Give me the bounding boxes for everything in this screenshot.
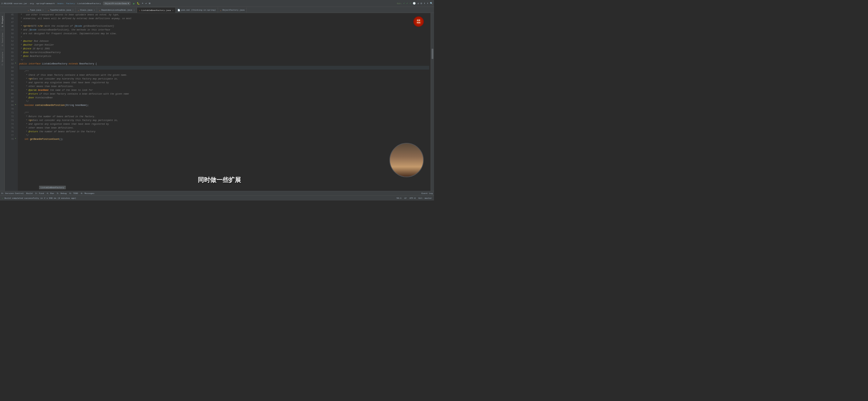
build-tab[interactable]: Build — [26, 192, 33, 194]
event-log-label: Event Log — [422, 192, 433, 194]
code-line-53: * @author Juergen Hoeller — [19, 43, 429, 47]
code-line-67: * @see #containsBean — [19, 96, 429, 100]
git-check3[interactable]: ✓ — [409, 2, 411, 5]
coverage-button[interactable]: ☂ — [142, 2, 144, 5]
code-line-55: * @see HierarchicalBeanFactory — [19, 51, 429, 54]
java-icon: ☕ — [48, 9, 49, 12]
tab-close[interactable]: ✕ — [172, 9, 173, 11]
breadcrumb-jar[interactable]: 2.RELEASE-sources.jar — [1, 2, 27, 4]
git-push[interactable]: ⬆ — [423, 2, 425, 5]
messages-label: 0: Messages — [81, 192, 95, 194]
tab-label: Type.java — [30, 9, 41, 11]
debug-tab[interactable]: 5: Debug — [57, 192, 67, 194]
run-config-selector[interactable]: ObjectProviderDemo ▼ — [103, 2, 130, 5]
debug-button[interactable]: 🐛 — [136, 2, 140, 5]
code-line-59 — [19, 66, 429, 70]
code-line-74: * and ignores any singleton beans that h… — [19, 122, 429, 126]
run-button[interactable]: ▶ — [133, 1, 135, 5]
scrollbar-thumb[interactable] — [432, 49, 433, 59]
vtab-separator — [0, 30, 4, 30]
code-line-75: * other means than bean definitions. — [19, 126, 429, 130]
tab-objectfactory-java[interactable]: ☕ ObjectFactory.java — [218, 8, 247, 13]
breadcrumb-factory[interactable]: factory — [66, 2, 75, 4]
gutter: ● ● ● — [15, 13, 18, 191]
main-layout: 1: Project 2: Favorites 7: Structure 45 … — [0, 13, 434, 191]
find-tab[interactable]: 3: Find — [35, 192, 44, 194]
sidebar-item-favorites[interactable]: 2: Favorites — [1, 31, 4, 49]
tab-typevariable-java[interactable]: ☕ TypeVariable.java ✕ — [46, 8, 76, 13]
code-line-47: * — [19, 21, 429, 24]
back-button[interactable]: ↩ — [145, 2, 147, 5]
presenter-face — [389, 143, 424, 177]
version-control-tab[interactable]: 9: Version Control — [1, 192, 24, 194]
code-line-64: * other means than bean definitions. — [19, 85, 429, 88]
git-branch-status: Git: master — [418, 197, 432, 199]
tab-close[interactable]: ✕ — [72, 9, 73, 11]
tab-close[interactable]: ✕ — [43, 9, 44, 11]
run-config-label: ObjectProviderDemo — [105, 2, 127, 4]
run-label: 4: Run — [47, 192, 54, 194]
code-editor[interactable]: * use other transparent access to bean u… — [18, 13, 431, 191]
code-line-57: */ — [19, 58, 429, 62]
code-line-60: /** — [19, 70, 429, 73]
java-icon: ☕ — [28, 9, 29, 12]
code-line-49: * and {@code containsBeanDefinition}, th… — [19, 28, 429, 32]
code-line-50: * are not designed for frequent invocati… — [19, 32, 429, 36]
toolbar-icons: ▶ 🐛 ☂ ↩ ⊞ — [133, 1, 150, 5]
bottom-toolbar: 9: Version Control Build 3: Find 4: Run … — [0, 191, 434, 195]
forward-button[interactable]: ⊞ — [148, 2, 150, 5]
tab-type-java[interactable]: ☕ Type.java ✕ — [26, 8, 46, 13]
tab-close[interactable]: ✕ — [134, 9, 135, 11]
code-line-65: * @param beanName the name of the bean t… — [19, 88, 429, 92]
right-scrollbar[interactable] — [431, 13, 434, 191]
code-line-71: /** — [19, 111, 429, 115]
breadcrumb-springframework[interactable]: springframework — [36, 2, 55, 4]
code-line-78: int getBeanDefinitionCount(); — [19, 137, 429, 141]
code-container: 45 46 47 48 49 50 51 52 53 54 55 56 57 5… — [5, 13, 434, 191]
git-check2[interactable]: ✓ — [406, 2, 408, 5]
java-icon: ☕ — [78, 9, 79, 12]
sidebar-item-project[interactable]: 1: Project — [1, 14, 4, 29]
code-line-69: boolean containsBeanDefinition(String be… — [19, 104, 429, 107]
build-status-text: Build completed successfully in 2 s 990 … — [4, 197, 76, 199]
encoding: UTF-8 — [409, 197, 415, 199]
code-line-45: * use other transparent access to bean u… — [19, 13, 429, 17]
code-line-68: */ — [19, 100, 429, 104]
tab-close[interactable]: ✕ — [94, 9, 95, 11]
global-search-icon[interactable]: 🔍 — [430, 2, 433, 5]
watermark-logo: 权客时间 — [413, 16, 424, 27]
event-log-tab[interactable]: Event Log — [422, 192, 433, 194]
git-pull[interactable]: ⬇ — [426, 2, 429, 5]
code-line-72: * Return the number of beans defined in … — [19, 115, 429, 119]
git-check1[interactable]: ✓ — [403, 2, 405, 5]
tab-label: TypeVariable.java — [50, 9, 71, 11]
messages-tab[interactable]: 0: Messages — [81, 192, 95, 194]
run-tab[interactable]: 4: Run — [47, 192, 54, 194]
breadcrumb-class[interactable]: ListableBeanFactory — [77, 2, 101, 4]
chinese-subtitle: 同时做一些扩展 — [198, 176, 241, 184]
vtab-separator2 — [0, 49, 4, 49]
face-image — [390, 144, 423, 177]
code-line-61: * Check if this bean factory contains a … — [19, 73, 429, 77]
git-compare[interactable]: ⊡ — [420, 2, 422, 5]
debug-label: 5: Debug — [57, 192, 67, 194]
tab-label: pom.xml (thinking-in-spring) — [181, 9, 216, 11]
code-line-56: * @see BeanFactoryUtils — [19, 54, 429, 58]
code-line-73: * <p>Does not consider any hierarchy thi… — [19, 119, 429, 122]
git-revert[interactable]: ↺ — [417, 2, 419, 5]
git-clock[interactable]: 🕐 — [412, 2, 416, 5]
tab-dependencylookup-java[interactable]: ☕ DependencyLookupDemo.java ✕ — [97, 8, 137, 13]
todo-label: 6: TODO — [69, 192, 78, 194]
sidebar-item-structure[interactable]: 7: Structure — [1, 50, 4, 68]
breadcrumb-beans[interactable]: beans — [57, 2, 63, 4]
breadcrumb-org[interactable]: org — [30, 2, 34, 4]
tab-pom-xml[interactable]: 📄 pom.xml (thinking-in-spring) — [176, 8, 218, 13]
code-line-46: * scenarios, all beans will be defined b… — [19, 17, 429, 21]
code-line-63: * and ignores any singleton beans that h… — [19, 81, 429, 85]
line-sep: LF — [404, 197, 407, 199]
find-label: 3: Find — [35, 192, 44, 194]
code-line-76: * @return the number of beans defined in… — [19, 130, 429, 134]
tab-class-java[interactable]: ☕ Class.java ✕ — [76, 8, 97, 13]
tab-listablebeanfactory-java[interactable]: ☕ ListableBeanFactory.java ✕ — [137, 8, 176, 13]
todo-tab[interactable]: 6: TODO — [69, 192, 78, 194]
